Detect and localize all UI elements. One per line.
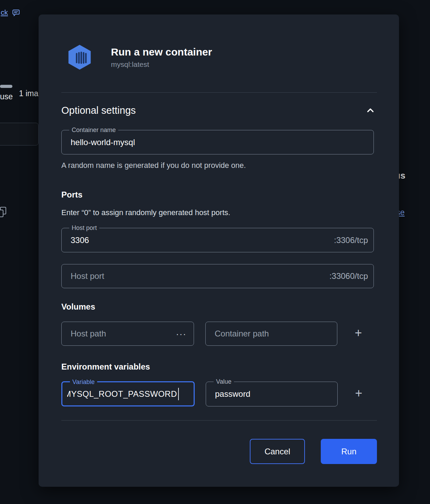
container-path-field[interactable]: Container path: [205, 322, 337, 346]
port-mapping-33060-suffix: :33060/tcp: [329, 271, 368, 281]
add-volume-button[interactable]: +: [350, 327, 367, 341]
container-image-icon: [66, 44, 93, 71]
collapse-optional-settings-button[interactable]: [364, 104, 377, 117]
host-port-3306-input[interactable]: 3306: [71, 235, 330, 245]
text-cursor: [178, 388, 179, 400]
docker-desktop-screen: ck use 1 ima us se: [0, 0, 430, 504]
dialog-header: Run a new container mysql:latest: [61, 44, 377, 71]
cancel-button[interactable]: Cancel: [250, 439, 305, 464]
container-name-input[interactable]: hello-world-mysql: [71, 138, 368, 147]
env-variable-field[interactable]: Variable MYSQL_ROOT_PASSWORD: [61, 381, 195, 406]
dialog-actions: Cancel Run: [61, 439, 377, 464]
env-variable-input[interactable]: MYSQL_ROOT_PASSWORD: [67, 388, 188, 400]
host-port-label: Host port: [69, 224, 99, 232]
env-variable-label: Variable: [70, 379, 97, 386]
env-value-input[interactable]: password: [215, 389, 332, 399]
progress-pill-fragment: [0, 85, 12, 88]
environment-variables-heading: Environment variables: [61, 362, 377, 372]
feedback-link-fragment[interactable]: ck: [1, 8, 8, 17]
env-value-label: Value: [214, 378, 234, 385]
run-button[interactable]: Run: [321, 439, 377, 464]
feedback-chat-icon[interactable]: [12, 9, 21, 18]
run-new-container-dialog: Run a new container mysql:latest Optiona…: [39, 14, 399, 487]
dialog-titles: Run a new container mysql:latest: [111, 46, 212, 69]
footer-divider: [61, 420, 377, 421]
image-count-fragment: 1 ima: [19, 89, 38, 98]
ports-heading: Ports: [61, 190, 377, 200]
container-path-input[interactable]: Container path: [215, 329, 331, 339]
env-value-field[interactable]: Value password: [206, 382, 338, 406]
host-path-input[interactable]: Host path: [71, 329, 173, 339]
dialog-title: Run a new container: [111, 46, 212, 58]
volumes-heading: Volumes: [61, 302, 377, 312]
volumes-row: Host path ... Container path +: [61, 322, 377, 346]
host-path-field[interactable]: Host path ...: [61, 322, 194, 346]
search-field-fragment[interactable]: [0, 123, 39, 145]
copy-icon[interactable]: [0, 206, 7, 219]
image-name: mysql:latest: [111, 60, 212, 69]
add-environment-variable-button[interactable]: +: [350, 387, 367, 401]
optional-settings-row: Optional settings: [61, 103, 377, 118]
optional-settings-heading: Optional settings: [61, 105, 136, 116]
host-port-33060-field[interactable]: Host port :33060/tcp: [61, 264, 374, 288]
port-mapping-3306-suffix: :3306/tcp: [334, 235, 368, 245]
container-name-label: Container name: [69, 127, 118, 134]
chevron-up-icon: [365, 111, 376, 117]
use-label-fragment: use: [0, 92, 13, 101]
host-port-33060-input[interactable]: Host port: [71, 271, 325, 281]
container-name-field[interactable]: Container name hello-world-mysql: [61, 130, 374, 154]
ports-hint-text: Enter “0” to assign randomly generated h…: [61, 208, 377, 218]
env-variable-value: MYSQL_ROOT_PASSWORD: [67, 389, 177, 399]
container-name-helper-text: A random name is generated if you do not…: [61, 161, 377, 170]
host-port-3306-field[interactable]: Host port 3306 :3306/tcp: [61, 228, 374, 252]
header-divider: [61, 92, 377, 93]
browse-host-path-button[interactable]: ...: [173, 327, 188, 341]
environment-variables-row: Variable MYSQL_ROOT_PASSWORD Value passw…: [61, 381, 377, 406]
